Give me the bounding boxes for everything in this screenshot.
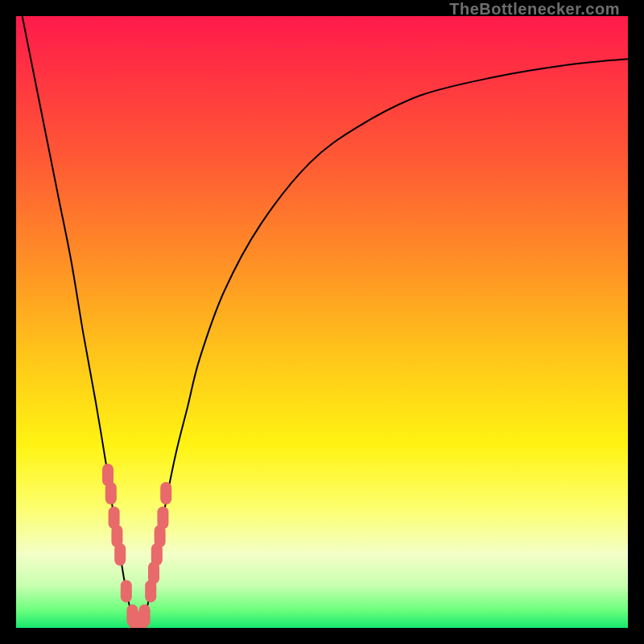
chart-frame: TheBottlenecker.com — [0, 0, 644, 644]
marker-group — [102, 464, 171, 628]
bottleneck-curve — [16, 16, 628, 628]
marker-point — [160, 482, 171, 505]
plot-area — [16, 16, 628, 628]
marker-point — [157, 506, 168, 529]
marker-point — [114, 543, 126, 566]
marker-point — [121, 580, 132, 602]
marker-point — [139, 605, 151, 627]
marker-point — [105, 482, 117, 505]
